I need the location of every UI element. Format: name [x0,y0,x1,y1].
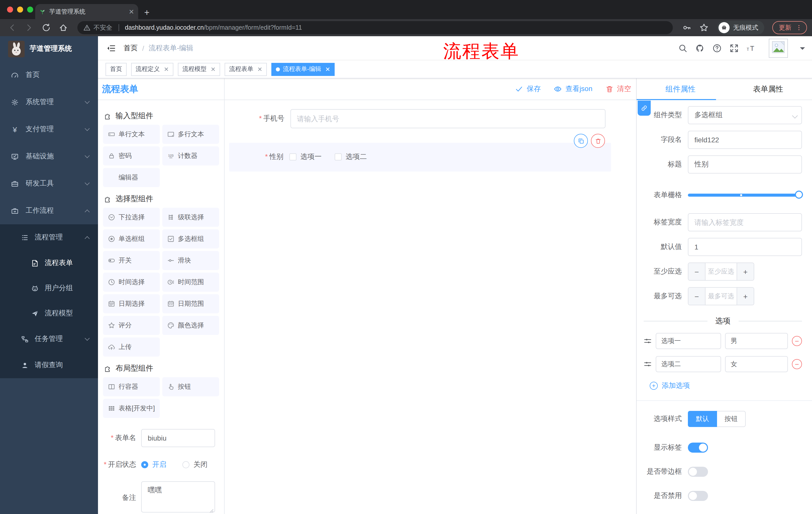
min-select-value[interactable]: 至少应选 [705,263,736,280]
tag-close-icon[interactable]: ✕ [210,65,215,73]
palette-item-single-text[interactable]: 单行文本 [103,125,160,144]
disabled-toggle[interactable] [688,491,708,501]
palette-item-checkbox-group[interactable]: 多选框组 [162,229,219,248]
fullscreen-icon[interactable] [730,44,738,53]
back-icon[interactable] [7,23,17,32]
view-json-button[interactable]: 查看json [554,84,592,93]
plus-button[interactable]: + [736,263,754,280]
palette-item-textarea[interactable]: 多行文本 [162,125,219,144]
palette-item-editor[interactable]: 编辑器 [103,168,160,187]
search-icon[interactable] [678,44,687,53]
delete-component-button[interactable] [591,134,605,148]
label-width-input[interactable] [688,213,802,231]
option1-label-input[interactable] [656,333,721,349]
sidebar-item-devtools[interactable]: 研发工具 [0,170,98,197]
url-bar[interactable]: 不安全 dashboard.yudao.iocoder.cn/bpm/manag… [77,21,673,34]
option2-label-input[interactable] [656,356,721,372]
drag-handle-icon[interactable] [644,360,652,368]
tag-process-form-edit[interactable]: 流程表单-编辑✕ [271,63,335,76]
sidebar-item-process-form[interactable]: 流程表单 [0,250,98,276]
save-button[interactable]: 保存 [515,84,541,93]
with-border-toggle[interactable] [688,467,708,477]
minus-button[interactable]: − [688,263,705,280]
font-size-icon[interactable]: TT [747,44,756,53]
default-value-input[interactable] [688,238,802,256]
palette-item-time-range[interactable]: 时间范围 [162,273,219,292]
style-button-button[interactable]: 按钮 [717,411,746,427]
max-select-value[interactable]: 最多可选 [705,288,736,305]
reload-icon[interactable] [42,23,51,32]
show-label-toggle[interactable] [688,442,708,453]
remove-option-button[interactable]: − [792,359,802,369]
forward-icon[interactable] [25,23,34,32]
status-on-label[interactable]: 开启 [152,460,166,469]
remove-option-button[interactable]: − [792,336,802,346]
palette-item-select[interactable]: 下拉选择 [103,208,160,227]
status-on-radio[interactable] [141,461,148,468]
palette-item-color-picker[interactable]: 颜色选择 [162,316,219,335]
sidebar-collapse-icon[interactable] [107,44,116,53]
sidebar-item-system[interactable]: 系统管理 [0,88,98,116]
home-icon[interactable] [59,23,68,32]
sidebar-item-task-mgmt[interactable]: 任务管理 [0,326,98,352]
option1-value-input[interactable] [725,333,788,349]
sidebar-item-user-group[interactable]: 用户分组 [0,276,98,301]
gender-option2-checkbox[interactable] [335,154,342,160]
sidebar-item-leave-query[interactable]: 请假查询 [0,352,98,378]
palette-item-cascader[interactable]: 级联选择 [162,208,219,227]
avatar[interactable] [769,38,788,58]
add-option-button[interactable]: + 添加选项 [650,381,802,390]
browser-menu-icon[interactable] [795,24,803,31]
gender-option1-label[interactable]: 选项一 [300,153,322,161]
palette-item-date-picker[interactable]: 日期选择 [103,294,160,313]
breadcrumb-home[interactable]: 首页 [124,44,138,53]
palette-item-upload[interactable]: 上传 [103,337,160,357]
title-input[interactable] [688,155,802,173]
close-window-button[interactable] [7,6,13,12]
gender-option2-label[interactable]: 选项二 [346,153,367,161]
tab-close-icon[interactable]: ✕ [128,8,134,15]
palette-item-password[interactable]: 密码 [103,146,160,165]
clear-button[interactable]: 清空 [606,84,631,93]
form-name-input[interactable] [141,429,215,447]
tag-process-definition[interactable]: 流程定义✕ [131,63,173,76]
tag-process-form[interactable]: 流程表单✕ [225,63,267,76]
new-tab-button[interactable]: + [144,8,149,17]
sidebar-item-infra[interactable]: 基础设施 [0,143,98,170]
option2-value-input[interactable] [725,356,788,372]
palette-item-rate[interactable]: 评分 [103,316,160,335]
status-off-label[interactable]: 关闭 [194,460,207,469]
component-type-select[interactable] [688,106,802,124]
palette-item-row-container[interactable]: 行容器 [103,377,160,396]
status-off-radio[interactable] [182,461,190,468]
browser-update-button[interactable]: 更新 [772,21,807,34]
sidebar-item-workflow[interactable]: 工作流程 [0,197,98,224]
phone-field-row[interactable]: *手机号 [225,109,636,128]
tab-component-props[interactable]: 组件属性 [637,84,724,94]
plus-button[interactable]: + [736,288,754,305]
tag-process-model[interactable]: 流程模型✕ [178,63,220,76]
browser-tab[interactable]: 芋道管理系统 ✕ [35,4,138,19]
sidebar-item-process-mgmt[interactable]: 流程管理 [0,224,98,250]
password-key-icon[interactable] [683,23,691,32]
style-default-button[interactable]: 默认 [688,411,717,427]
palette-item-time-picker[interactable]: 时间选择 [103,273,160,292]
minus-button[interactable]: − [688,288,705,305]
drag-handle-icon[interactable] [644,337,652,345]
palette-item-radio-group[interactable]: 单选框组 [103,229,160,248]
palette-item-slider[interactable]: 滑块 [162,251,219,270]
palette-item-button[interactable]: 按钮 [162,377,219,396]
bookmark-star-icon[interactable] [699,23,708,32]
phone-input[interactable] [290,109,606,128]
palette-item-table[interactable]: 表格[开发中] [103,399,160,418]
sidebar-item-home[interactable]: 首页 [0,61,98,88]
window-controls[interactable] [7,6,33,12]
form-grid-slider[interactable] [688,194,802,197]
avatar-caret-icon[interactable] [800,47,805,52]
maximize-window-button[interactable] [27,6,33,12]
field-name-input[interactable] [688,131,802,149]
copy-component-button[interactable] [574,134,588,148]
tag-home[interactable]: 首页 [106,63,127,76]
tag-close-icon[interactable]: ✕ [257,65,262,73]
tag-close-icon[interactable]: ✕ [325,65,330,73]
